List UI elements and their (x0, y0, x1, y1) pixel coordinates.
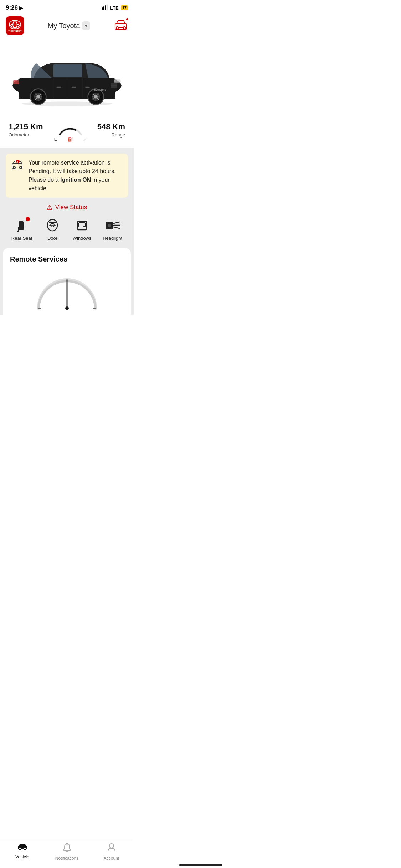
stats-section: 1,215 Km Odometer E ⛽ F 548 Km Range (0, 112, 134, 148)
view-status-row[interactable]: ⚠ View Status (0, 198, 134, 214)
header-notification-icon[interactable] (114, 19, 128, 33)
remote-services-card: Remote Services (3, 248, 131, 315)
location-arrow-icon: ▶ (19, 5, 23, 11)
remote-services-gauge (10, 269, 124, 312)
svg-point-60 (108, 224, 111, 227)
headlight-label: Headlight (103, 236, 122, 241)
logo-text: T·CONNECT (8, 30, 22, 32)
battery-level: 17 (121, 5, 128, 10)
warning-banner: ! Your remote service activation is Pend… (6, 154, 128, 198)
svg-rect-1 (103, 6, 104, 10)
fuel-gauge: E ⛽ F (54, 118, 86, 142)
status-time: 9:26 ▶ (6, 4, 23, 11)
windows-item[interactable]: Windows (73, 217, 92, 241)
headlight-icon (105, 218, 120, 232)
range-value: 548 Km (97, 122, 125, 131)
network-label: LTE (110, 5, 119, 11)
svg-rect-13 (53, 64, 82, 77)
svg-rect-46 (19, 221, 24, 228)
range-label: Range (97, 132, 125, 138)
header-center: My Toyota ▾ (48, 21, 91, 30)
warning-car-icon: ! (11, 159, 24, 173)
rear-seat-label: Rear Seat (11, 236, 32, 241)
view-status-button[interactable]: View Status (55, 204, 87, 211)
notification-dot (125, 17, 129, 21)
fuel-full-label: F (83, 137, 86, 142)
status-right: LTE 17 (102, 5, 128, 11)
svg-line-48 (18, 230, 19, 232)
windows-icon (75, 218, 89, 232)
svg-point-52 (51, 223, 54, 227)
car-image: INNOVA (6, 46, 128, 110)
svg-point-43 (20, 166, 22, 169)
app-header: T·CONNECT My Toyota ▾ (0, 14, 134, 41)
toyota-logo[interactable]: T·CONNECT (6, 16, 24, 35)
signal-icon (102, 5, 108, 11)
svg-line-59 (114, 227, 119, 228)
fuel-pump-icon: ⛽ (68, 137, 73, 142)
svg-rect-55 (83, 226, 86, 227)
svg-rect-3 (107, 5, 108, 10)
svg-text:INNOVA: INNOVA (94, 88, 106, 92)
svg-point-62 (65, 306, 69, 310)
svg-point-8 (116, 27, 118, 29)
headlight-item[interactable]: Headlight (103, 217, 122, 241)
svg-line-57 (114, 222, 119, 223)
rear-seat-alert-dot (26, 217, 30, 221)
door-item[interactable]: Door (43, 217, 61, 241)
status-bar: 9:26 ▶ LTE 17 (0, 0, 134, 14)
door-icon (46, 218, 59, 232)
svg-point-49 (47, 219, 57, 231)
time-display: 9:26 (6, 4, 18, 11)
warning-message: Your remote service activation is Pendin… (29, 159, 122, 193)
svg-rect-0 (102, 7, 103, 10)
fuel-empty-label: E (54, 137, 57, 142)
svg-rect-2 (105, 5, 106, 10)
odometer-label: Odometer (9, 132, 43, 138)
odometer-value: 1,215 Km (9, 122, 43, 131)
status-icons-row: Rear Seat Door (0, 214, 134, 248)
car-image-section: INNOVA (0, 41, 134, 112)
svg-rect-21 (114, 79, 120, 83)
warning-triangle-icon: ⚠ (47, 203, 52, 211)
svg-point-6 (11, 24, 19, 27)
svg-rect-40 (85, 87, 90, 88)
remote-services-title: Remote Services (10, 255, 124, 263)
svg-rect-22 (13, 80, 19, 84)
svg-point-9 (123, 27, 125, 29)
svg-text:!: ! (17, 160, 18, 164)
svg-rect-39 (71, 87, 76, 88)
svg-point-42 (13, 166, 15, 169)
range-block: 548 Km Range (97, 122, 125, 138)
windows-label: Windows (73, 236, 92, 241)
vehicle-dropdown-button[interactable]: ▾ (82, 21, 90, 30)
rear-seat-item[interactable]: Rear Seat (11, 217, 32, 241)
page-title: My Toyota (48, 22, 80, 30)
odometer-block: 1,215 Km Odometer (9, 122, 43, 138)
svg-rect-38 (56, 87, 61, 88)
door-label: Door (47, 236, 57, 241)
